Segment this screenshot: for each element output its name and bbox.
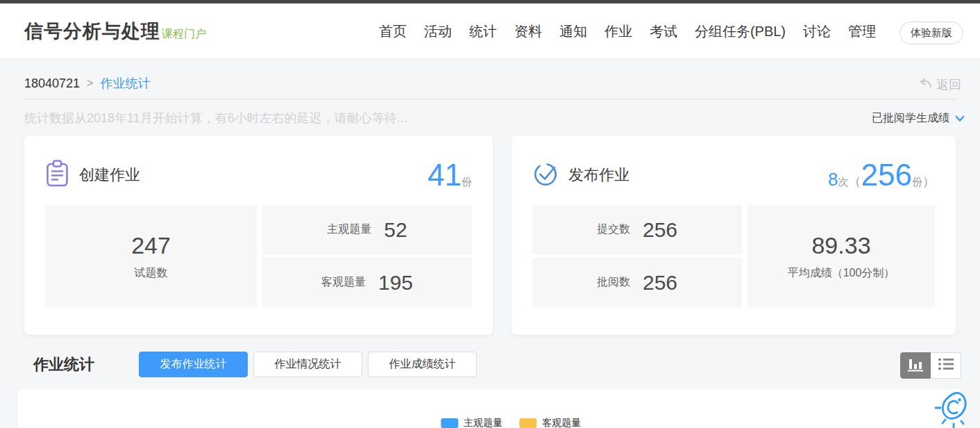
legend-item-objective[interactable]: 客观题量	[519, 417, 581, 428]
subjective-questions-box: 主观题量 52	[262, 205, 472, 254]
nav-item-discussion[interactable]: 讨论	[803, 22, 831, 41]
breadcrumb-course-id[interactable]: 18040721	[24, 76, 80, 91]
course-title: 信号分析与处理	[24, 19, 160, 44]
published-times-value: 8	[828, 169, 838, 190]
legend-label-subjective: 主观题量	[464, 417, 502, 428]
chart-view-button[interactable]	[900, 352, 931, 379]
legend-swatch-blue	[441, 418, 458, 428]
legend-swatch-yellow	[519, 418, 537, 428]
legend-item-subjective[interactable]: 主观题量	[441, 417, 502, 428]
created-total: 41 份	[428, 158, 472, 192]
average-score-box: 89.33 平均成绩（100分制）	[747, 205, 935, 307]
breadcrumb: 18040721 > 作业统计	[24, 75, 150, 92]
objective-label: 客观题量	[321, 275, 366, 290]
legend-label-objective: 客观题量	[542, 417, 581, 428]
homework-statistics-heading: 作业统计	[33, 354, 94, 375]
tab-published-homework-stats[interactable]: 发布作业统计	[139, 352, 248, 377]
nav-item-home[interactable]: 首页	[379, 22, 407, 41]
average-score-label: 平均成绩（100分制）	[788, 266, 895, 281]
course-title-block: 信号分析与处理 课程门户	[24, 3, 206, 59]
created-card-title: 创建作业	[79, 165, 140, 186]
breadcrumb-current-page: 作业统计	[100, 75, 150, 92]
header: 信号分析与处理 课程门户 首页 活动 统计 资料 通知 作业 考试 分组任务(P…	[0, 3, 980, 59]
back-arrow-icon	[919, 77, 933, 92]
list-view-button[interactable]	[931, 352, 961, 379]
published-card-title: 发布作业	[568, 165, 630, 186]
reviewed-value: 256	[643, 271, 677, 295]
published-card-stats: 提交数 256 批阅数 256 89.33 平均成绩（100分制）	[532, 205, 935, 307]
nav-item-activity[interactable]: 活动	[424, 22, 452, 41]
published-total-unit: 份	[912, 176, 922, 189]
created-card-stats: 247 试题数 主观题量 52 客观题量 195	[45, 205, 472, 307]
average-score-value: 89.33	[811, 232, 870, 259]
nav-item-manage[interactable]: 管理	[848, 22, 876, 41]
created-card-header: 创建作业 41 份	[24, 135, 493, 205]
created-total-value: 41	[428, 158, 462, 192]
back-label: 返回	[936, 76, 961, 93]
filter-label: 已批阅学生成绩	[872, 111, 949, 126]
nav-item-group-task-pbl[interactable]: 分组任务(PBL)	[695, 22, 786, 41]
chart-panel: 主观题量 客观题量	[18, 389, 962, 428]
list-icon	[938, 358, 954, 373]
subjective-value: 52	[384, 218, 407, 242]
try-new-version-button[interactable]: 体验新版	[899, 22, 963, 44]
course-portal-label[interactable]: 课程门户	[162, 22, 206, 42]
subjective-label: 主观题量	[327, 222, 371, 237]
objective-value: 195	[378, 271, 413, 295]
view-mode-toggle	[900, 352, 961, 379]
clipboard-icon	[45, 160, 69, 190]
published-total-value: 256	[861, 158, 912, 192]
check-circle-icon	[532, 160, 559, 190]
paren-close: ）	[922, 173, 935, 190]
question-count-box: 247 试题数	[45, 205, 257, 307]
nav-item-exams[interactable]: 考试	[650, 22, 677, 41]
nav-item-materials[interactable]: 资料	[514, 22, 542, 41]
paren-open: （	[849, 173, 861, 190]
published-total: 8 次 （ 256 份 ）	[828, 158, 935, 192]
tab-homework-status-stats[interactable]: 作业情况统计	[253, 352, 362, 377]
created-homework-card: 创建作业 41 份 247 试题数 主观题量 52 客观题量 195	[24, 135, 493, 335]
statistics-delay-notice: 统计数据从2018年11月开始计算，有6小时左右的延迟，请耐心等待...	[24, 110, 407, 126]
question-count-label: 试题数	[135, 266, 168, 281]
objective-questions-box: 客观题量 195	[262, 258, 472, 307]
breadcrumb-divider	[24, 99, 956, 99]
main-nav: 首页 活动 统计 资料 通知 作业 考试 分组任务(PBL) 讨论 管理	[379, 3, 876, 59]
nav-item-statistics[interactable]: 统计	[469, 22, 497, 41]
published-homework-card: 发布作业 8 次 （ 256 份 ） 提交数 256 批阅数 256 89.33…	[512, 135, 956, 335]
submitted-label: 提交数	[597, 222, 630, 237]
statistics-tabs: 发布作业统计 作业情况统计 作业成绩统计	[139, 352, 477, 377]
question-count-value: 247	[131, 232, 171, 259]
created-total-unit: 份	[462, 176, 472, 189]
floating-helper-balloon-icon[interactable]	[934, 389, 973, 428]
chart-legend: 主观题量 客观题量	[441, 417, 581, 428]
reviewed-count-box: 批阅数 256	[532, 258, 742, 307]
breadcrumb-separator: >	[87, 77, 93, 90]
back-button[interactable]: 返回	[919, 76, 961, 93]
published-card-header: 发布作业 8 次 （ 256 份 ）	[512, 135, 956, 205]
published-times-unit: 次	[838, 176, 849, 189]
submitted-value: 256	[643, 218, 677, 242]
nav-item-homework[interactable]: 作业	[605, 22, 632, 41]
graded-scores-filter-dropdown[interactable]: 已批阅学生成绩	[872, 111, 965, 126]
chevron-down-icon	[955, 113, 965, 125]
reviewed-label: 批阅数	[597, 275, 630, 290]
submitted-count-box: 提交数 256	[532, 205, 742, 254]
bar-chart-icon	[908, 357, 923, 374]
nav-item-notifications[interactable]: 通知	[559, 22, 587, 41]
tab-homework-score-stats[interactable]: 作业成绩统计	[368, 352, 477, 377]
